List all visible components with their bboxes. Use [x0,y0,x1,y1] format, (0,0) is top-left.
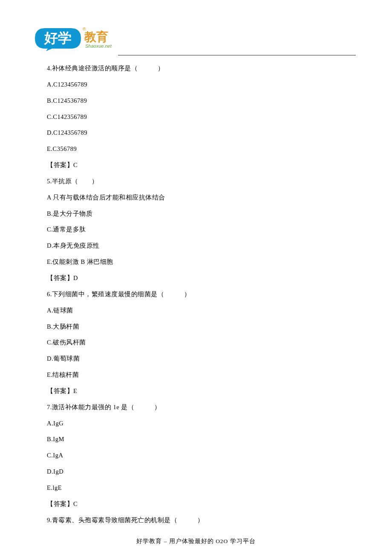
question-7-answer: 【答案】C [47,500,349,508]
question-5-option-c: C.通常是多肽 [47,225,349,234]
document-body: 4.补体经典途径激活的顺序是（ ） A.C123456789 B.C124536… [47,57,349,524]
question-7-option-a: A.IgG [47,419,349,428]
question-4-option-b: B.C124536789 [47,97,349,105]
logo-brand-suffix: 教育 [84,30,108,43]
question-6-stem: 6.下列细菌中，繁殖速度最慢的细菌是（ ） [47,290,349,298]
question-6-option-b: B.大肠杆菌 [47,323,349,331]
question-7-stem: 7.激活补体能力最强的 1e 是（ ） [47,403,349,411]
question-6-option-a: A.链球菌 [47,306,349,315]
brand-logo: 好学 ® 教育 Shaoxue.net [33,26,114,52]
question-4-answer: 【答案】C [47,161,349,169]
question-6-option-c: C.破伤风杆菌 [47,338,349,347]
question-4-option-e: E.C356789 [47,145,349,153]
question-5-stem: 5.半抗原（ ） [47,177,349,185]
question-5-answer: 【答案】D [47,274,349,282]
document-page: 好学 ® 教育 Shaoxue.net 4.补体经典途径激活的顺序是（ ） A.… [0,0,392,555]
logo-brand-cn: 好学 [43,30,72,46]
question-7-option-b: B.IgM [47,435,349,443]
question-5-option-a: A 只有与载体结合后才能和相应抗体结合 [47,194,349,202]
question-4-stem: 4.补体经典途径激活的顺序是（ ） [47,64,349,72]
logo-container: 好学 ® 教育 Shaoxue.net [33,26,392,53]
question-7-option-c: C.IgA [47,451,349,460]
header-divider [118,55,356,55]
question-4-option-c: C.C142356789 [47,113,349,121]
question-7-option-d: D.IgD [47,468,349,476]
question-7-option-e: E.lgE [47,484,349,492]
question-6-option-e: E.结核杆菌 [47,371,349,379]
question-5-option-d: D.本身无免疫原性 [47,242,349,250]
question-5-option-b: B.是大分子物质 [47,210,349,218]
page-footer: 好学教育 – 用户体验最好的 O2O 学习平台 [0,538,392,545]
question-5-option-e: E.仅能刺激 B 淋巴细胞 [47,258,349,266]
question-6-answer: 【答案】E [47,387,349,395]
question-4-option-a: A.C123456789 [47,81,349,89]
question-6-option-d: D.葡萄球菌 [47,355,349,363]
question-9-stem: 9.青霉素、头孢霉素导致细菌死亡的机制是（ ） [47,516,349,524]
logo-domain: Shaoxue.net [85,43,112,49]
question-4-option-d: D.C124356789 [47,129,349,137]
